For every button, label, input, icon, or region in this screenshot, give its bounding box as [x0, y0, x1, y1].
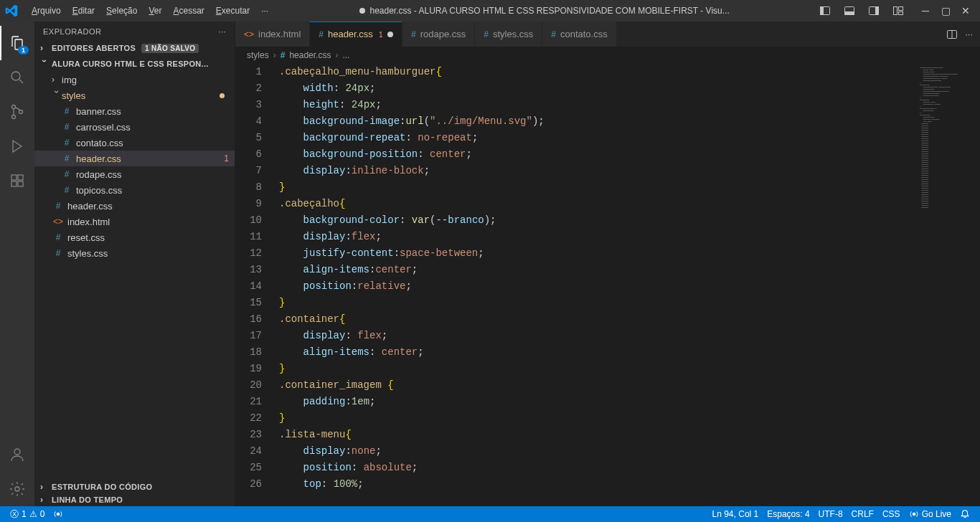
status-encoding[interactable]: UTF-8: [814, 509, 847, 519]
split-editor-icon[interactable]: [946, 29, 958, 40]
warning-count: 0: [40, 509, 45, 519]
minimize-icon[interactable]: ─: [915, 0, 936, 22]
css-file-icon: #: [319, 29, 324, 39]
maximize-icon[interactable]: ▢: [936, 0, 956, 22]
file-contato-css[interactable]: # contato.css: [34, 135, 235, 151]
svg-rect-15: [11, 181, 17, 186]
tab-label: header.css: [328, 29, 373, 39]
file-root-reset-css[interactable]: # reset.css: [34, 229, 235, 245]
file-topicos-css[interactable]: # topicos.css: [34, 182, 235, 198]
css-file-icon: #: [60, 153, 73, 163]
open-editors-label: EDITORES ABERTOS: [52, 44, 136, 52]
file-banner-css[interactable]: # banner.css: [34, 103, 235, 119]
activity-explorer[interactable]: 1: [0, 26, 34, 60]
toggle-primary-sidebar-icon[interactable]: [815, 0, 835, 22]
modified-indicator-icon: [359, 8, 365, 14]
css-file-icon: #: [60, 185, 73, 195]
activity-search[interactable]: [0, 60, 34, 95]
tab-actions: ···: [939, 22, 980, 47]
menu-executar[interactable]: Executar: [210, 3, 255, 19]
css-file-icon: #: [52, 201, 65, 211]
status-golive[interactable]: Go Live: [905, 509, 956, 519]
tab-index-html[interactable]: <>index.html: [235, 22, 310, 47]
editor-tabs: <>index.html#header.css1#rodape.css#styl…: [235, 22, 980, 47]
file-root-index-html[interactable]: <> index.html: [34, 214, 235, 229]
activity-extensions[interactable]: [0, 163, 34, 198]
open-editors-section[interactable]: › EDITORES ABERTOS 1 NÃO SALVO: [34, 42, 235, 54]
unsaved-pill: 1 NÃO SALVO: [141, 44, 199, 53]
editor-area: <>index.html#header.css1#rodape.css#styl…: [235, 22, 980, 506]
file-root-styles-css[interactable]: # styles.css: [34, 245, 235, 261]
css-file-icon: #: [551, 29, 556, 39]
status-cursor[interactable]: Ln 94, Col 1: [708, 509, 763, 519]
tab-contato-css[interactable]: #contato.css: [542, 22, 616, 47]
statusbar: ⓧ1 ⚠0 Ln 94, Col 1 Espaços: 4 UTF-8 CRLF…: [0, 506, 980, 522]
timeline-label: LINHA DO TEMPO: [52, 495, 123, 504]
activity-run-debug[interactable]: [0, 129, 34, 163]
svg-rect-8: [899, 12, 903, 15]
menu-arquivo[interactable]: Arquivo: [26, 3, 67, 19]
toggle-panel-icon[interactable]: [839, 0, 859, 22]
modified-dot-icon: [387, 32, 393, 37]
svg-point-18: [15, 487, 19, 491]
minimap[interactable]: ▬▬▬▬▬▬▬▬▬▬▬▬▬▬▬▬▬▬▬▬▬▬▬▬▬▬▬ ▬▬▬▬▬▬ ▬▬▬▬▬…: [915, 64, 980, 506]
file-rodape-css[interactable]: # rodape.css: [34, 166, 235, 182]
tab-styles-css[interactable]: #styles.css: [475, 22, 542, 47]
indent-label: Espaços: 4: [767, 509, 809, 519]
breadcrumb-segment[interactable]: header.css: [289, 50, 331, 60]
file-header-css[interactable]: # header.css 1: [34, 151, 235, 166]
golive-label: Go Live: [922, 509, 951, 519]
more-actions-icon[interactable]: ···: [965, 29, 973, 39]
warning-icon: ⚠: [29, 509, 37, 519]
breadcrumbs[interactable]: styles › # header.css › ...: [235, 47, 980, 64]
css-file-icon: #: [60, 106, 73, 116]
code-content[interactable]: .cabeçalho_menu-hamburguer{ width: 24px;…: [275, 64, 915, 506]
status-notifications[interactable]: [956, 509, 974, 519]
menubar-overflow[interactable]: ···: [255, 3, 274, 19]
folder-img[interactable]: › img: [34, 72, 235, 87]
close-icon[interactable]: ✕: [956, 0, 976, 22]
chevron-down-icon: ›: [52, 90, 62, 100]
tab-label: contato.css: [560, 29, 608, 39]
broadcast-icon: [909, 509, 919, 519]
timeline-section[interactable]: › LINHA DO TEMPO: [34, 493, 235, 506]
activity-settings[interactable]: [0, 472, 34, 506]
activity-source-control[interactable]: [0, 95, 34, 129]
html-file-icon: <>: [52, 217, 65, 227]
status-indent[interactable]: Espaços: 4: [763, 509, 814, 519]
code-editor[interactable]: 1234567891011121314151617181920212223242…: [235, 64, 980, 506]
titlebar: ArquivoEditarSeleçãoVerAcessarExecutar ·…: [0, 0, 980, 22]
menu-acessar[interactable]: Acessar: [167, 3, 209, 19]
toggle-secondary-sidebar-icon[interactable]: [864, 0, 884, 22]
tab-rodape-css[interactable]: #rodape.css: [402, 22, 475, 47]
activity-accounts[interactable]: [0, 437, 34, 472]
svg-rect-16: [18, 181, 23, 186]
outline-section[interactable]: › ESTRUTURA DO CÓDIGO: [34, 480, 235, 493]
svg-point-11: [12, 115, 16, 119]
explorer-actions-icon[interactable]: ···: [218, 27, 226, 36]
folder-styles[interactable]: › styles: [34, 87, 235, 103]
folder-section[interactable]: › ALURA CURSO HTML E CSS RESPON...: [34, 57, 235, 70]
status-port[interactable]: [49, 506, 67, 522]
lang-label: CSS: [882, 509, 900, 519]
workspace-folder-label: ALURA CURSO HTML E CSS RESPON...: [52, 60, 209, 68]
file-carrossel-css[interactable]: # carrossel.css: [34, 119, 235, 135]
menu-ver[interactable]: Ver: [143, 3, 167, 19]
status-problems[interactable]: ⓧ1 ⚠0: [6, 506, 49, 522]
status-language[interactable]: CSS: [878, 509, 905, 519]
menu-editar[interactable]: Editar: [67, 3, 100, 19]
status-eol[interactable]: CRLF: [847, 509, 878, 519]
breadcrumb-segment[interactable]: ...: [342, 50, 349, 60]
tab-header-css[interactable]: #header.css1: [310, 22, 402, 47]
window-controls: ─ ▢ ✕: [915, 0, 976, 22]
minimap-content: ▬▬▬▬▬▬▬▬▬▬▬▬▬▬▬▬▬▬▬▬▬▬▬▬▬▬▬ ▬▬▬▬▬▬ ▬▬▬▬▬…: [920, 67, 977, 209]
menubar: ArquivoEditarSeleçãoVerAcessarExecutar: [26, 3, 255, 19]
svg-rect-13: [11, 175, 17, 180]
layout-controls: [815, 0, 908, 22]
customize-layout-icon[interactable]: [888, 0, 908, 22]
file-root-header-css[interactable]: # header.css: [34, 198, 235, 214]
chevron-right-icon: ›: [40, 495, 49, 505]
css-file-icon: #: [411, 29, 416, 39]
breadcrumb-segment[interactable]: styles: [247, 50, 269, 60]
menu-seleção[interactable]: Seleção: [100, 3, 143, 19]
